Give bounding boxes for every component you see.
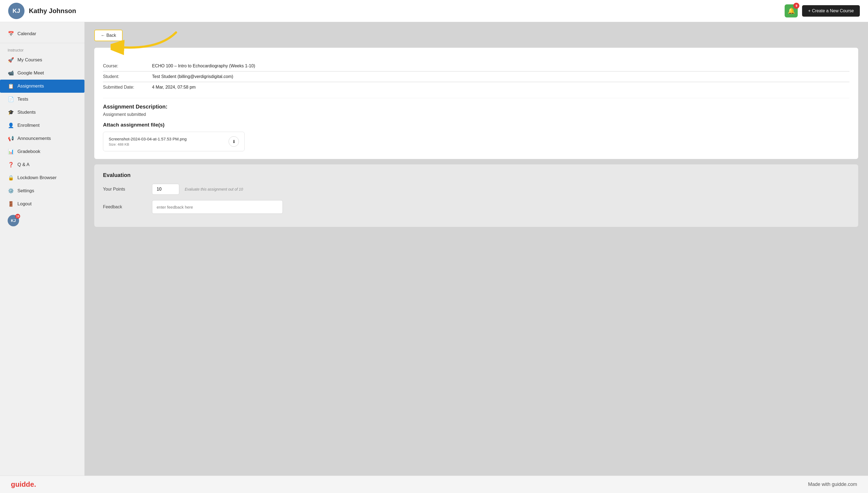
students-icon: 🎓 [8, 109, 14, 115]
sidebar-label-assignments: Assignments [18, 83, 44, 89]
sidebar-label-my-courses: My Courses [18, 57, 42, 63]
feedback-row: Feedback [103, 200, 849, 214]
sidebar-label-logout: Logout [18, 201, 31, 207]
assignment-desc-value: Assignment submitted [103, 112, 849, 117]
info-card: Course: ECHO 100 – Intro to Echocardiogr… [94, 48, 858, 159]
sidebar-item-settings[interactable]: ⚙️ Settings [0, 184, 85, 197]
notification-button[interactable]: 🔔 9 [785, 4, 798, 18]
sidebar-label-students: Students [18, 110, 36, 115]
qa-icon: ❓ [8, 162, 14, 168]
download-icon: ⬇ [232, 139, 236, 144]
submitted-date-label: Submitted Date: [103, 85, 152, 90]
sidebar-item-gradebook[interactable]: 📊 Gradebook [0, 145, 85, 158]
attach-title: Attach assignment file(s) [103, 122, 849, 128]
evaluation-card: Evaluation Your Points Evaluate this ass… [94, 165, 858, 227]
main-layout: 📅 Calendar Instructor 🚀 My Courses 📹 Goo… [0, 22, 868, 475]
student-value: Test Student (billing@verdigrisdigital.c… [152, 74, 233, 79]
points-input[interactable] [152, 184, 179, 195]
sidebar-avatar-badge: 19 [15, 214, 20, 219]
student-row: Student: Test Student (billing@verdigris… [103, 71, 849, 82]
sidebar-label-announcements: Announcements [18, 136, 51, 141]
sidebar-item-announcements[interactable]: 📢 Announcements [0, 132, 85, 145]
lockdown-browser-icon: 🔒 [8, 175, 14, 181]
sidebar-item-enrollment[interactable]: 👤 Enrollment [0, 119, 85, 132]
footer-tagline: Made with guidde.com [808, 481, 857, 487]
header-right: 🔔 9 + Create a New Course [785, 4, 860, 18]
tests-icon: 📄 [8, 96, 14, 102]
submitted-date-value: 4 Mar, 2024, 07:58 pm [152, 85, 196, 90]
points-hint: Evaluate this assignment out of 10 [185, 187, 243, 191]
sidebar-item-logout[interactable]: 🚪 Logout [0, 197, 85, 211]
sidebar-label-google-meet: Google Meet [18, 70, 44, 76]
info-table: Course: ECHO 100 – Intro to Echocardiogr… [103, 61, 849, 92]
student-label: Student: [103, 74, 152, 79]
gradebook-icon: 📊 [8, 149, 14, 155]
footer: guidde. Made with guidde.com [0, 475, 868, 493]
logout-icon: 🚪 [8, 201, 14, 207]
notification-badge: 9 [793, 3, 799, 9]
sidebar-label-gradebook: Gradebook [18, 149, 40, 154]
sidebar-section-label: Instructor [0, 46, 85, 53]
calendar-label: Calendar [18, 31, 36, 37]
course-value: ECHO 100 – Intro to Echocardiography (We… [152, 64, 255, 68]
sidebar-item-calendar[interactable]: 📅 Calendar [0, 27, 85, 40]
sidebar-bottom: KJ 19 [0, 211, 85, 231]
points-label: Your Points [103, 187, 146, 192]
course-row: Course: ECHO 100 – Intro to Echocardiogr… [103, 61, 849, 71]
back-button[interactable]: ← Back [94, 30, 122, 41]
assignment-desc-title: Assignment Description: [103, 104, 849, 110]
file-size: Size: 488 KB [109, 142, 187, 146]
back-button-area: ← Back [94, 30, 858, 41]
create-course-button[interactable]: + Create a New Course [802, 5, 860, 17]
google-meet-icon: 📹 [8, 70, 14, 76]
file-info: Screenshot-2024-03-04-at-1.57.53 PM.png … [109, 136, 187, 146]
sidebar-item-lockdown-browser[interactable]: 🔒 Lockdown Browser [0, 171, 85, 184]
sidebar-item-qa[interactable]: ❓ Q & A [0, 158, 85, 171]
enrollment-icon: 👤 [8, 123, 14, 128]
header: KJ Kathy Johnson 🔔 9 + Create a New Cour… [0, 0, 868, 22]
settings-icon: ⚙️ [8, 188, 14, 194]
sidebar-label-qa: Q & A [18, 162, 29, 167]
sidebar-label-tests: Tests [18, 97, 28, 102]
my-courses-icon: 🚀 [8, 57, 14, 63]
avatar: KJ [8, 3, 24, 19]
assignments-icon: 📋 [8, 83, 14, 89]
sidebar-label-settings: Settings [18, 188, 34, 194]
header-left: KJ Kathy Johnson [8, 3, 76, 19]
sidebar-label-enrollment: Enrollment [18, 123, 40, 128]
points-row: Your Points Evaluate this assignment out… [103, 184, 849, 195]
file-name: Screenshot-2024-03-04-at-1.57.53 PM.png [109, 136, 187, 141]
sidebar-item-students[interactable]: 🎓 Students [0, 106, 85, 119]
submitted-date-row: Submitted Date: 4 Mar, 2024, 07:58 pm [103, 82, 849, 92]
sidebar-item-assignments[interactable]: 📋 Assignments [0, 80, 85, 93]
evaluation-title: Evaluation [103, 172, 849, 178]
file-item: Screenshot-2024-03-04-at-1.57.53 PM.png … [103, 132, 245, 151]
feedback-label: Feedback [103, 205, 146, 209]
user-name: Kathy Johnson [29, 7, 76, 15]
calendar-icon: 📅 [8, 31, 14, 37]
sidebar: 📅 Calendar Instructor 🚀 My Courses 📹 Goo… [0, 22, 85, 475]
content-area: ← Back Course: ECHO 100 – Intro to Echoc… [85, 22, 868, 475]
sidebar-item-google-meet[interactable]: 📹 Google Meet [0, 66, 85, 80]
sidebar-divider [0, 43, 85, 43]
footer-logo: guidde. [11, 480, 36, 489]
sidebar-avatar: KJ 19 [8, 215, 19, 226]
announcements-icon: 📢 [8, 135, 14, 142]
course-label: Course: [103, 64, 152, 68]
feedback-input[interactable] [152, 200, 283, 214]
sidebar-label-lockdown-browser: Lockdown Browser [18, 175, 57, 180]
sidebar-item-tests[interactable]: 📄 Tests [0, 93, 85, 106]
download-button[interactable]: ⬇ [229, 136, 239, 147]
sidebar-item-my-courses[interactable]: 🚀 My Courses [0, 53, 85, 66]
